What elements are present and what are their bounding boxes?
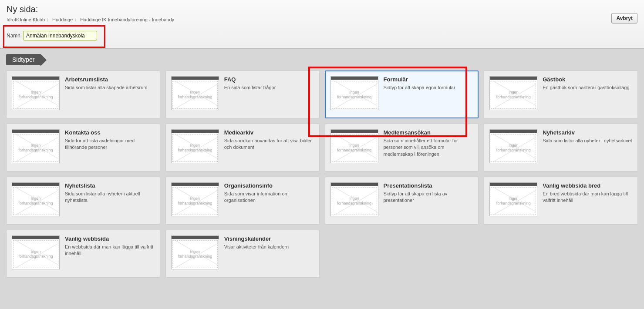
- thumb-label: förhandsgranskning: [178, 148, 212, 153]
- card-thumbnail: Ingenförhandsgranskning: [171, 76, 219, 113]
- name-input[interactable]: [23, 31, 97, 40]
- card-text: NyhetslistaSida som listar alla nyheter …: [65, 182, 155, 219]
- page-type-card[interactable]: IngenförhandsgranskningFormulärSidtyp fö…: [325, 71, 479, 118]
- thumb-label: förhandsgranskning: [178, 201, 212, 206]
- card-text: MediearkivSida som kan användas för att …: [224, 129, 314, 166]
- breadcrumb-item[interactable]: Huddinge: [52, 17, 73, 22]
- card-title: Medlemsansökan: [384, 129, 473, 136]
- card-text: Kontakta ossSida för att lista avdelning…: [65, 129, 155, 166]
- page-type-card[interactable]: IngenförhandsgranskningNyhetsarkivSida s…: [484, 124, 638, 171]
- thumb-label: förhandsgranskning: [178, 254, 212, 259]
- breadcrumb-item[interactable]: IdrottOnline Klubb: [7, 17, 45, 22]
- card-description: En webbsida där man kan lägga till valfr…: [65, 244, 155, 257]
- thumb-label: Ingen: [190, 143, 200, 148]
- thumb-label: Ingen: [190, 249, 200, 254]
- thumb-label: Ingen: [190, 90, 200, 95]
- cancel-button[interactable]: Avbryt: [611, 13, 637, 24]
- card-thumbnail: Ingenförhandsgranskning: [489, 76, 537, 113]
- card-title: Vanlig webbsida bred: [543, 182, 632, 189]
- card-title: FAQ: [224, 76, 314, 83]
- card-description: En sida som listar frågor: [224, 84, 314, 91]
- card-title: Mediearkiv: [224, 129, 314, 136]
- page-type-card[interactable]: IngenförhandsgranskningMediearkivSida so…: [165, 124, 320, 171]
- page-title: Ny sida:: [7, 4, 637, 14]
- breadcrumb-separator: [45, 17, 52, 22]
- card-title: Kontakta oss: [65, 129, 155, 136]
- card-text: GästbokEn gästbok som hanterar gästboksi…: [543, 76, 632, 113]
- page-type-card[interactable]: IngenförhandsgranskningArbetsrumslistaSi…: [6, 71, 160, 118]
- thumb-label: förhandsgranskning: [18, 201, 53, 206]
- name-row: Namn: [7, 31, 637, 40]
- page-type-grid: IngenförhandsgranskningArbetsrumslistaSi…: [6, 71, 638, 278]
- thumb-label: Ingen: [509, 196, 519, 201]
- card-text: PresentationslistaSidtyp för att skapa e…: [384, 182, 473, 219]
- page-type-card[interactable]: IngenförhandsgranskningPresentationslist…: [325, 177, 479, 225]
- card-text: FormulärSidtyp för att skapa egna formul…: [384, 76, 473, 113]
- thumb-label: förhandsgranskning: [496, 201, 531, 206]
- card-description: En bred webbsida där man kan lägga till …: [543, 191, 632, 204]
- thumb-label: förhandsgranskning: [178, 95, 212, 100]
- name-label: Namn: [7, 33, 20, 39]
- card-title: Nyhetsarkiv: [543, 129, 632, 136]
- thumb-label: Ingen: [349, 90, 359, 95]
- page-type-card[interactable]: IngenförhandsgranskningFAQEn sida som li…: [165, 71, 320, 118]
- card-thumbnail: Ingenförhandsgranskning: [489, 182, 537, 219]
- thumb-label: Ingen: [349, 143, 359, 148]
- page-type-card[interactable]: IngenförhandsgranskningGästbokEn gästbok…: [484, 71, 638, 118]
- card-thumbnail: Ingenförhandsgranskning: [171, 129, 219, 166]
- card-description: Sida som listar alla nyheter i aktuell n…: [65, 191, 155, 204]
- card-text: Vanlig webbsida bredEn bred webbsida där…: [543, 182, 632, 219]
- card-text: ArbetsrumslistaSida som listar alla skap…: [65, 76, 155, 113]
- header-panel: Ny sida: IdrottOnline KlubbHuddingeHuddi…: [0, 0, 644, 49]
- card-thumbnail: Ingenförhandsgranskning: [330, 129, 378, 166]
- thumb-label: förhandsgranskning: [18, 148, 53, 153]
- card-thumbnail: Ingenförhandsgranskning: [171, 182, 219, 219]
- card-description: Sidtyp för att skapa en lista av present…: [384, 191, 473, 204]
- page-type-card[interactable]: IngenförhandsgranskningNyhetslistaSida s…: [6, 177, 160, 225]
- thumb-label: Ingen: [509, 90, 519, 95]
- thumb-label: förhandsgranskning: [337, 95, 371, 100]
- page-type-card[interactable]: IngenförhandsgranskningMedlemsansökanSid…: [325, 124, 479, 171]
- breadcrumb-separator: [73, 17, 80, 22]
- card-thumbnail: Ingenförhandsgranskning: [12, 235, 60, 272]
- page-type-card[interactable]: IngenförhandsgranskningKontakta ossSida …: [6, 124, 160, 171]
- card-text: Vanlig webbsidaEn webbsida där man kan l…: [65, 235, 155, 272]
- card-title: Arbetsrumslista: [65, 76, 155, 83]
- card-title: Gästbok: [543, 76, 632, 83]
- section-label-sidtyper: Sidtyper: [6, 54, 40, 65]
- card-text: MedlemsansökanSida som innehåller ett fo…: [384, 129, 473, 166]
- page-type-card[interactable]: IngenförhandsgranskningOrganisationsinfo…: [165, 177, 320, 225]
- card-thumbnail: Ingenförhandsgranskning: [330, 76, 378, 113]
- thumb-label: förhandsgranskning: [18, 254, 53, 259]
- card-title: Presentationslista: [384, 182, 473, 189]
- card-description: Sida som listar alla skapade arbetsrum: [65, 84, 155, 91]
- page-type-card[interactable]: IngenförhandsgranskningVanlig webbsida b…: [484, 177, 638, 225]
- card-description: Visar aktiviteter från kalendern: [224, 244, 314, 250]
- card-text: NyhetsarkivSida som listar alla nyheter …: [543, 129, 632, 166]
- thumb-label: förhandsgranskning: [496, 95, 531, 100]
- card-title: Nyhetslista: [65, 182, 155, 189]
- breadcrumb-item[interactable]: Huddinge IK Innebandyförening - Inneband…: [80, 17, 174, 22]
- thumb-label: förhandsgranskning: [18, 95, 53, 100]
- thumb-label: förhandsgranskning: [337, 201, 371, 206]
- page-type-card[interactable]: IngenförhandsgranskningVanlig webbsidaEn…: [6, 230, 160, 278]
- thumb-label: Ingen: [31, 196, 41, 201]
- card-description: Sidtyp för att skapa egna formulär: [384, 84, 473, 91]
- thumb-label: Ingen: [31, 90, 41, 95]
- card-title: Vanlig webbsida: [65, 235, 155, 242]
- thumb-label: förhandsgranskning: [496, 148, 531, 153]
- thumb-label: Ingen: [509, 143, 519, 148]
- thumb-label: förhandsgranskning: [337, 148, 371, 153]
- thumb-label: Ingen: [349, 196, 359, 201]
- breadcrumb: IdrottOnline KlubbHuddingeHuddinge IK In…: [7, 17, 637, 23]
- content-area: Sidtyper IngenförhandsgranskningArbetsru…: [0, 49, 644, 283]
- card-text: OrganisationsinfoSida som visar informat…: [224, 182, 314, 219]
- card-description: Sida som innehåller ett formulär för per…: [384, 138, 473, 158]
- thumb-label: Ingen: [31, 143, 41, 148]
- card-description: En gästbok som hanterar gästboksinlägg: [543, 84, 632, 91]
- card-description: Sida som visar information om organisati…: [224, 191, 314, 204]
- card-thumbnail: Ingenförhandsgranskning: [12, 182, 60, 219]
- card-title: Organisationsinfo: [224, 182, 314, 189]
- card-thumbnail: Ingenförhandsgranskning: [12, 129, 60, 166]
- page-type-card[interactable]: IngenförhandsgranskningVisningskalenderV…: [165, 230, 320, 278]
